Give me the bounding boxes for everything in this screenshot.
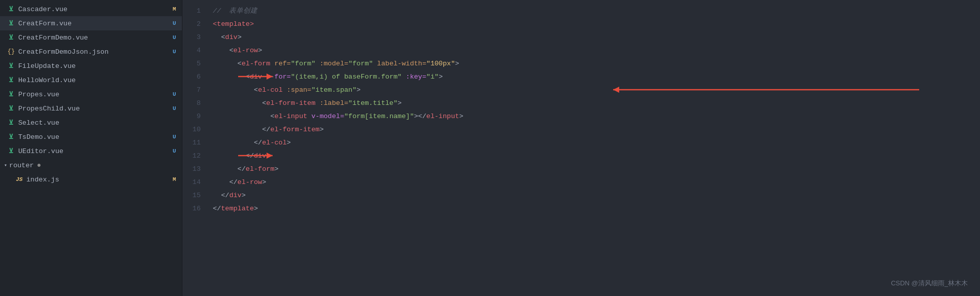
token: :key=: [402, 73, 427, 81]
sidebar-filename: index.js: [26, 176, 168, 183]
token: >: [258, 47, 262, 54]
sidebar-item-index-js[interactable]: JS index.js M: [0, 172, 182, 187]
sidebar-item-creatform-vue[interactable]: ⊻CreatForm.vueU: [0, 16, 182, 30]
token: v-model=: [307, 113, 344, 120]
token: div: [225, 33, 237, 41]
sidebar-filename: CreatFormDemoJson.json: [18, 48, 168, 56]
code-line-1: 1// 表单创建: [182, 4, 980, 17]
vue-icon: ⊻: [6, 62, 16, 70]
token: >: [439, 73, 443, 81]
token: el-input: [275, 113, 308, 120]
token: <: [213, 73, 250, 81]
token: "100px": [426, 60, 455, 67]
line-content: <template>: [209, 20, 980, 28]
token: ></: [414, 113, 426, 120]
sidebar-item-fileupdate-vue[interactable]: ⊻FileUpdate.vue: [0, 59, 182, 73]
token: </: [213, 192, 229, 199]
sidebar-badge: U: [171, 134, 178, 140]
line-content: </template>: [209, 205, 980, 212]
vue-icon: ⊻: [6, 90, 16, 98]
token: >: [250, 20, 254, 28]
token: "i": [426, 73, 438, 81]
line-number: 14: [182, 178, 209, 186]
token: </: [213, 205, 221, 212]
sidebar-filename: FileUpdate.vue: [18, 62, 178, 70]
token: >: [320, 126, 324, 133]
token: <: [213, 99, 266, 107]
line-number: 15: [182, 192, 209, 199]
sidebar-filename: HelloWorld.vue: [18, 77, 178, 84]
line-number: 8: [182, 99, 209, 107]
token: >: [287, 139, 291, 146]
sidebar: ⊻Cascader.vueM⊻CreatForm.vueU⊻CreatFormD…: [0, 0, 182, 296]
sidebar-filename: CreatForm.vue: [18, 20, 168, 27]
token: :label=: [316, 99, 349, 107]
editor: 1// 表单创建2<template>3 <div>4 <el-row>5 <e…: [182, 0, 980, 296]
token: "form[item.name]": [344, 113, 414, 120]
sidebar-item-creatformdemo-vue[interactable]: ⊻CreatFormDemo.vueU: [0, 30, 182, 45]
sidebar-item-creatformdemojson-json[interactable]: {}CreatFormDemoJson.jsonU: [0, 45, 182, 59]
sidebar-item-propeschild-vue[interactable]: ⊻PropesChild.vueU: [0, 101, 182, 116]
sidebar-filename: Cascader.vue: [18, 6, 168, 13]
token: <: [213, 33, 225, 41]
token: el-form-item: [266, 99, 315, 107]
line-number: 3: [182, 33, 209, 41]
token: :model=: [316, 60, 349, 67]
line-content: </div>: [209, 152, 980, 160]
sidebar-item-ueditor-vue[interactable]: ⊻UEditor.vueU: [0, 144, 182, 158]
code-line-11: 11 </el-col>: [182, 136, 980, 149]
token: <: [213, 47, 234, 54]
line-number: 13: [182, 165, 209, 173]
json-icon: {}: [6, 48, 16, 55]
token: <: [213, 20, 217, 28]
sidebar-filename: CreatFormDemo.vue: [18, 34, 168, 42]
token: template: [221, 205, 254, 212]
vue-icon: ⊻: [6, 119, 16, 127]
token: // 表单创建: [213, 7, 257, 15]
token: div: [229, 192, 241, 199]
line-number: 1: [182, 7, 209, 15]
sidebar-filename: UEditor.vue: [18, 147, 168, 155]
token: </: [213, 178, 238, 186]
sidebar-folder-router[interactable]: ▾ router ●: [0, 158, 182, 172]
vue-icon: ⊻: [6, 147, 16, 155]
code-line-8: 8 <el-form-item :label="item.title">: [182, 96, 980, 109]
token: "form": [348, 60, 373, 67]
sidebar-item-select-vue[interactable]: ⊻Select.vue: [0, 116, 182, 130]
sidebar-badge: U: [171, 34, 178, 41]
sidebar-filename: PropesChild.vue: [18, 105, 168, 113]
line-content: <el-form-item :label="item.title">: [209, 99, 980, 107]
token: >: [459, 113, 463, 120]
line-number: 7: [182, 86, 209, 94]
line-number: 5: [182, 60, 209, 67]
vue-icon: ⊻: [6, 76, 16, 84]
sidebar-filename: Propes.vue: [18, 91, 168, 98]
token: el-col: [262, 139, 287, 146]
sidebar-item-propes-vue[interactable]: ⊻Propes.vueU: [0, 87, 182, 101]
code-line-14: 14 </el-row>: [182, 175, 980, 189]
token: div: [254, 152, 266, 160]
line-number: 9: [182, 113, 209, 120]
token: <: [213, 60, 242, 67]
line-content: <el-row>: [209, 47, 980, 54]
token: >: [357, 86, 361, 94]
sidebar-filename: Select.vue: [18, 119, 178, 127]
line-content: <div v-for="(item,i) of baseForm.form" :…: [209, 73, 980, 81]
sidebar-badge: U: [171, 105, 178, 112]
code-line-13: 13 </el-form>: [182, 162, 980, 175]
line-number: 4: [182, 47, 209, 54]
vue-icon: ⊻: [6, 104, 16, 113]
line-number: 2: [182, 20, 209, 28]
code-area: 1// 表单创建2<template>3 <div>4 <el-row>5 <e…: [182, 0, 980, 219]
token: </: [213, 152, 254, 160]
token: v-for=: [262, 73, 291, 81]
sidebar-badge: M: [171, 6, 178, 12]
code-line-12: 12 </div>: [182, 149, 980, 162]
sidebar-item-cascader-vue[interactable]: ⊻Cascader.vueM: [0, 2, 182, 16]
token: >: [238, 33, 242, 41]
token: <: [213, 113, 275, 120]
token: template: [217, 20, 250, 28]
line-number: 16: [182, 205, 209, 212]
sidebar-item-helloworld-vue[interactable]: ⊻HelloWorld.vue: [0, 73, 182, 87]
sidebar-item-tsdemo-vue[interactable]: ⊻TsDemo.vueU: [0, 130, 182, 144]
